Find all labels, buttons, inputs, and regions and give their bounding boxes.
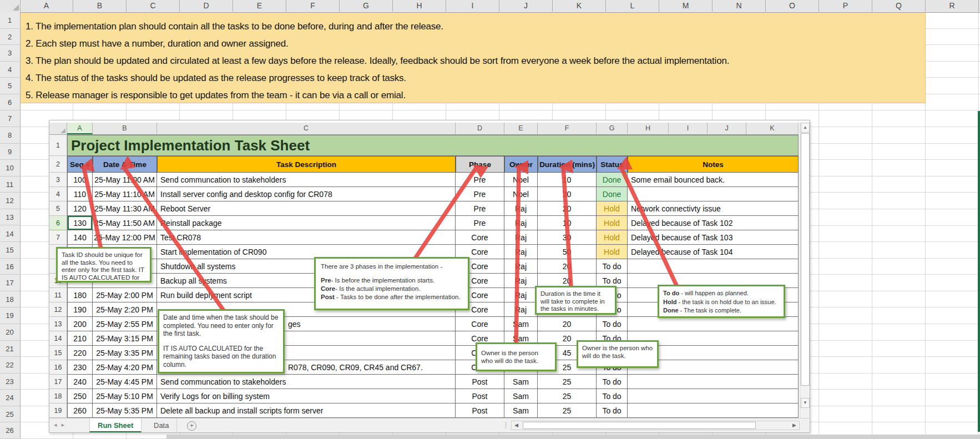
tab-data: Data — [146, 418, 177, 432]
datetime-cell: 25-May 4:20 PM — [93, 360, 157, 375]
inner-col-header-C: C — [157, 123, 456, 134]
owner-cell: Sam — [504, 375, 538, 389]
status-cell: Done — [597, 187, 628, 201]
status-legend-line-1: To do - will happen as planned. — [663, 289, 780, 298]
callout-phases-intro: There are 3 phases in the implementation… — [321, 263, 463, 271]
seq-cell: 180 — [67, 288, 93, 302]
status-cell: Hold — [597, 230, 628, 245]
horizontal-scroll-thumb — [523, 422, 756, 429]
owner-cell: Raj — [504, 201, 538, 216]
datetime-cell: 25-May 11:30 AM — [93, 201, 157, 216]
datetime-cell: 25-May 5:10 PM — [93, 389, 157, 403]
outer-row-header-24[interactable]: 24 — [0, 390, 19, 406]
datetime-cell: 25-May 2:55 PM — [93, 317, 157, 331]
inner-col-header-G: G — [597, 123, 628, 134]
phase-cell: Core — [456, 317, 504, 331]
inner-col-header-B: B — [93, 123, 157, 134]
outer-row-header-18[interactable]: 18 — [0, 291, 19, 308]
datetime-cell: 25-May 5:35 PM — [93, 403, 157, 418]
outer-row-header-11[interactable]: 11 — [0, 176, 19, 193]
note-line-1: 1. The implementation plan should contai… — [26, 18, 925, 35]
outer-col-header-N[interactable]: N — [713, 0, 766, 12]
outer-row-header-12[interactable]: 12 — [0, 193, 19, 209]
column-header-duration-mins-: Duration (mins) — [538, 156, 597, 173]
outer-col-header-L[interactable]: L — [606, 0, 659, 12]
outer-row-header-17[interactable]: 17 — [0, 275, 19, 291]
outer-row-header-10[interactable]: 10 — [0, 160, 19, 176]
callout-task-id: Task ID should be unique for all the tas… — [56, 247, 151, 282]
datetime-cell: 25-May 3:15 PM — [93, 331, 157, 346]
outer-col-header-H[interactable]: H — [393, 0, 446, 12]
outer-col-header-C[interactable]: C — [127, 0, 180, 12]
seq-cell: 140 — [67, 230, 93, 245]
outer-row-header-5[interactable]: 5 — [0, 78, 19, 94]
inner-row-header-14: 14 — [49, 331, 67, 346]
outer-row-header-6[interactable]: 6 — [0, 94, 19, 111]
outer-col-header-A[interactable]: A — [20, 0, 73, 12]
outer-row-header-22[interactable]: 22 — [0, 357, 19, 374]
outer-col-header-F[interactable]: F — [286, 0, 340, 12]
outer-row-header-14[interactable]: 14 — [0, 226, 19, 243]
outer-col-header-D[interactable]: D — [180, 0, 233, 12]
outer-col-header-P[interactable]: P — [819, 0, 872, 12]
select-all-triangle-icon — [13, 4, 19, 11]
outer-row-header-21[interactable]: 21 — [0, 341, 19, 357]
outer-col-header-E[interactable]: E — [233, 0, 286, 12]
outer-row-header-13[interactable]: 13 — [0, 209, 19, 226]
outer-col-header-O[interactable]: O — [766, 0, 819, 12]
outer-row-header-2[interactable]: 2 — [0, 29, 19, 46]
outer-row-header-3[interactable]: 3 — [0, 45, 19, 62]
outer-row-header-4[interactable]: 4 — [0, 62, 19, 78]
embedded-task-sheet-screenshot[interactable]: ABCDEFGHIJK 1234567891011121314151617181… — [49, 120, 810, 433]
inner-row-header-4: 4 — [49, 187, 67, 201]
status-cell: To do — [597, 389, 628, 403]
inner-sheet-tab-bar: ◂▸ Run Sheet Data + ⋮ ◀ ▶ — [49, 418, 810, 432]
seq-cell: 130 — [67, 216, 93, 230]
owner-cell: Sam — [504, 389, 538, 403]
owner-cell: Sam — [504, 403, 538, 418]
column-header-seq-: Seq # — [67, 156, 93, 173]
outer-row-header-8[interactable]: 8 — [0, 127, 19, 144]
inner-row-header-16: 16 — [49, 360, 67, 375]
task-row-6: 13025-May 11:50 AMReinstall packagePreRa… — [67, 216, 799, 230]
outer-col-header-R[interactable]: R — [926, 0, 979, 12]
outer-row-header-7[interactable]: 7 — [0, 110, 19, 127]
description-cell: Send communcation to stakeholders — [157, 375, 456, 389]
inner-row-header-7: 7 — [49, 230, 67, 245]
outer-row-header-25[interactable]: 25 — [0, 406, 19, 423]
inner-col-header-H: H — [628, 123, 669, 134]
outer-row-header-26[interactable]: 26 — [0, 422, 19, 439]
scroll-left-icon: ◀ — [512, 421, 521, 430]
duration-cell: 10 — [538, 173, 597, 187]
column-header-date-time: Date & Time — [93, 156, 157, 173]
inner-row-header-17: 17 — [49, 375, 67, 389]
callout-owner-2-text: Owner is the person who will do the task… — [582, 345, 653, 359]
description-cell: Send communcation to stakeholders — [157, 173, 456, 187]
outer-row-header-23[interactable]: 23 — [0, 374, 19, 390]
outer-row-header-19[interactable]: 19 — [0, 307, 19, 324]
select-all-corner[interactable] — [0, 0, 21, 12]
outer-row-header-9[interactable]: 9 — [0, 144, 19, 160]
outer-col-header-K[interactable]: K — [553, 0, 606, 12]
sheet-nav-arrows-icon: ◂▸ — [54, 421, 69, 428]
inner-row-header-1: 1 — [49, 135, 67, 156]
outer-col-header-B[interactable]: B — [73, 0, 127, 12]
task-row-5: 12025-May 11:30 AMReboot ServerPreRaj20H… — [67, 201, 799, 216]
notes-cell: Some email bounced back. — [628, 173, 799, 187]
inner-row-header-13: 13 — [49, 317, 67, 331]
outer-column-header-bar: ABCDEFGHIJKLMNOPQR — [0, 0, 980, 13]
vertical-scroll-thumb — [801, 133, 810, 386]
note-line-2: 2. Each step must have a number, duratio… — [26, 35, 925, 52]
duration-cell: 50 — [538, 245, 597, 259]
outer-row-header-1[interactable]: 1 — [0, 12, 19, 29]
task-sheet-title: Project Implementation Task Sheet — [67, 135, 799, 156]
outer-col-header-M[interactable]: M — [659, 0, 713, 12]
outer-col-header-Q[interactable]: Q — [872, 0, 926, 12]
datetime-cell: 25-May 2:20 PM — [93, 302, 157, 317]
outer-row-header-16[interactable]: 16 — [0, 259, 19, 275]
outer-col-header-I[interactable]: I — [446, 0, 499, 12]
outer-col-header-G[interactable]: G — [340, 0, 393, 12]
outer-row-header-15[interactable]: 15 — [0, 242, 19, 259]
outer-col-header-J[interactable]: J — [499, 0, 553, 12]
outer-row-header-20[interactable]: 20 — [0, 324, 19, 341]
